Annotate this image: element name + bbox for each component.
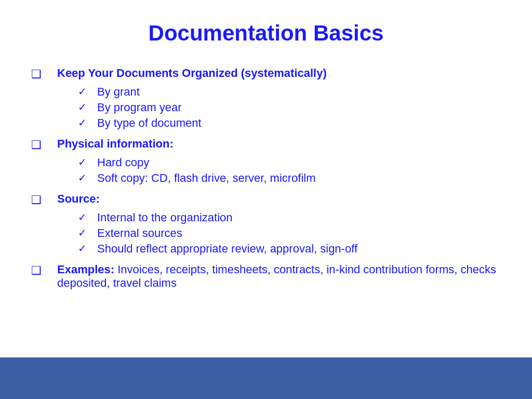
examples-normal-label: Invoices, receipts, timesheets, contract… (57, 263, 496, 289)
checkbox-icon-physical: ❑ (31, 138, 42, 152)
section-organized: ❑ Keep Your Documents Organized (systema… (31, 66, 501, 130)
main-item-physical: ❑ Physical information: (31, 137, 501, 152)
section-examples: ❑ Examples: Invoices, receipts, timeshee… (31, 263, 501, 290)
checkbox-icon-organized: ❑ (31, 68, 42, 81)
list-item: ✓ By grant (78, 85, 501, 99)
bottom-bar (0, 357, 532, 399)
section-source: ❑ Source: ✓ Internal to the organization… (31, 192, 501, 256)
sub-label: Internal to the organization (97, 211, 233, 224)
list-item: ✓ By type of document (78, 116, 501, 130)
sub-label: External sources (97, 227, 182, 240)
examples-bold-label: Examples: (57, 263, 114, 276)
checkmark-icon: ✓ (78, 156, 87, 168)
checkmark-icon: ✓ (78, 101, 87, 113)
checkmark-icon: ✓ (78, 116, 87, 129)
content-area: ❑ Keep Your Documents Organized (systema… (0, 56, 532, 308)
checkmark-icon: ✓ (78, 211, 87, 223)
section-physical: ❑ Physical information: ✓ Hard copy ✓ So… (31, 137, 501, 185)
sub-items-physical: ✓ Hard copy ✓ Soft copy: CD, flash drive… (78, 156, 501, 185)
sub-items-source: ✓ Internal to the organization ✓ Externa… (78, 211, 501, 256)
main-item-source: ❑ Source: (31, 192, 501, 207)
main-label-organized: Keep Your Documents Organized (systemati… (57, 66, 327, 80)
list-item: ✓ Internal to the organization (78, 211, 501, 224)
sub-label: By type of document (97, 116, 202, 130)
list-item: ✓ Should reflect appropriate review, app… (78, 242, 501, 256)
checkbox-icon-examples: ❑ (31, 264, 42, 277)
list-item: ✓ Soft copy: CD, flash drive, server, mi… (78, 171, 501, 185)
checkmark-icon: ✓ (78, 227, 87, 239)
list-item: ✓ Hard copy (78, 156, 501, 169)
slide-container: Documentation Basics ❑ Keep Your Documen… (0, 0, 532, 399)
main-item-organized: ❑ Keep Your Documents Organized (systema… (31, 66, 501, 81)
checkmark-icon: ✓ (78, 85, 87, 98)
sub-label: Soft copy: CD, flash drive, server, micr… (97, 171, 316, 185)
main-label-physical: Physical information: (57, 137, 174, 151)
checkmark-icon: ✓ (78, 171, 87, 184)
list-item: ✓ External sources (78, 227, 501, 240)
checkmark-icon: ✓ (78, 242, 87, 255)
sub-items-organized: ✓ By grant ✓ By program year ✓ By type o… (78, 85, 501, 130)
sub-label: Should reflect appropriate review, appro… (97, 242, 357, 256)
list-item: ✓ By program year (78, 101, 501, 114)
sub-label: By grant (97, 85, 140, 99)
main-label-source: Source: (57, 192, 100, 206)
checkbox-icon-source: ❑ (31, 193, 42, 207)
main-label-examples: Examples: Invoices, receipts, timesheets… (57, 263, 501, 290)
sub-label: Hard copy (97, 156, 149, 169)
main-item-examples: ❑ Examples: Invoices, receipts, timeshee… (31, 263, 501, 290)
page-title: Documentation Basics (0, 0, 532, 56)
sub-label: By program year (97, 101, 182, 114)
